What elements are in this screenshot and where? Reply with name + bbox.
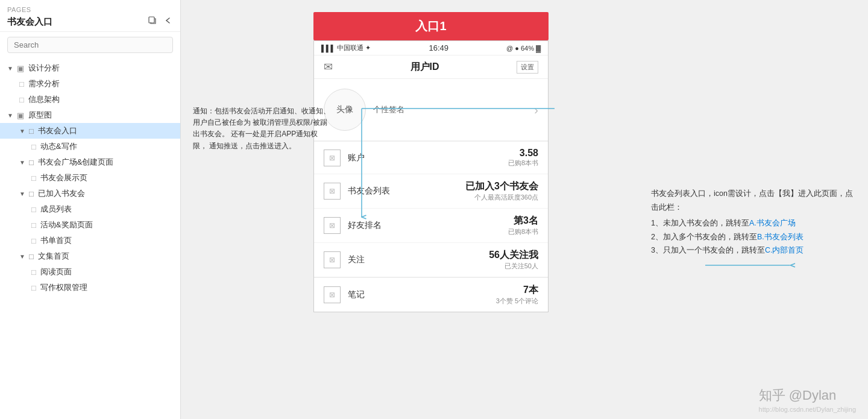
sidebar-item-阅读页面[interactable]: □阅读页面 xyxy=(0,264,180,280)
file-folder-icon: □ xyxy=(29,158,34,167)
tree-item-label: 活动&奖励页面 xyxy=(40,219,93,230)
tree-item-label: 设计分析 xyxy=(28,63,60,74)
tree-arrow-icon: ▼ xyxy=(19,191,25,197)
sidebar-item-设计分析[interactable]: ▼▣设计分析 xyxy=(0,60,180,76)
tree-arrow-icon: ▼ xyxy=(7,65,13,72)
menu-section: ⊠ 账户 3.58 已购8本书 ⊠ 书友会列表 已加入3个书友会 个人最高活跃度… xyxy=(314,142,548,278)
tree-item-label: 信息架构 xyxy=(28,94,60,105)
left-annotation: 通知：包括书友会活动开启通知、收通知、用户自己被任命为 被取消管理员权限/被踢出… xyxy=(193,106,332,152)
menu-row-2[interactable]: ⊠ 好友排名 第3名 已购8本书 xyxy=(314,209,548,243)
right-anno-item-3: 3、只加入一个书友会的，跳转至C.内部首页 xyxy=(651,244,856,257)
sidebar-item-已加入书友会[interactable]: ▼□已加入书友会 xyxy=(0,186,180,201)
message-icon[interactable]: ✉ xyxy=(324,60,333,74)
settings-button[interactable]: 设置 xyxy=(517,61,538,74)
signal-bars-icon: ▌▌▌ xyxy=(321,45,335,52)
search-input[interactable] xyxy=(7,37,173,53)
menu-label-3: 关注 xyxy=(348,254,489,265)
tree-item-label: 书友会广场&创建页面 xyxy=(38,157,114,168)
status-time: 16:49 xyxy=(429,43,448,52)
menu-row-3[interactable]: ⊠ 关注 56人关注我 已关注50人 xyxy=(314,243,548,277)
file-icon: □ xyxy=(31,142,36,151)
sidebar-item-书友会广场&创建页面[interactable]: ▼□书友会广场&创建页面 xyxy=(0,154,180,170)
right-anno-item-1: 1、未加入书友会的，跳转至A.书友会广场 xyxy=(651,216,856,230)
back-button[interactable] xyxy=(163,16,173,28)
sidebar-item-需求分析[interactable]: □需求分析 xyxy=(0,76,180,92)
tree-arrow-icon: ▼ xyxy=(19,128,25,134)
file-icon: □ xyxy=(31,221,36,230)
watermark-subtext: http://blog.csdn.net/Dylan_zhijing xyxy=(759,406,856,413)
sidebar-item-活动&奖励页面[interactable]: □活动&奖励页面 xyxy=(0,217,180,233)
pages-label: PAGES xyxy=(7,6,173,13)
status-battery: @ ● 64% ▓ xyxy=(506,45,541,52)
menu-value-secondary-0: 已购8本书 xyxy=(508,159,538,168)
tree-item-label: 书友会展示页 xyxy=(40,172,87,183)
main-content: 入口1 ▌▌▌ 中国联通 ✦ 16:49 @ ● 64% ▓ ✉ 用户ID 设置 xyxy=(181,0,868,419)
tree-item-label: 原型图 xyxy=(28,110,52,121)
bottom-value-primary: 7本 xyxy=(496,284,538,297)
export-button[interactable] xyxy=(148,16,157,28)
notes-menu-row[interactable]: ⊠ 笔记 7本 3个赞 5个评论 xyxy=(314,278,548,312)
sidebar-item-原型图[interactable]: ▼▣原型图 xyxy=(0,107,180,123)
file-folder-icon: □ xyxy=(29,127,34,136)
sidebar-item-成员列表[interactable]: □成员列表 xyxy=(0,201,180,217)
tree-arrow-icon: ▼ xyxy=(7,112,13,119)
tree-item-label: 阅读页面 xyxy=(40,266,72,277)
tree-item-label: 成员列表 xyxy=(40,204,72,215)
menu-value-primary-3: 56人关注我 xyxy=(489,249,538,262)
menu-value-secondary-2: 已购8本书 xyxy=(508,227,538,236)
file-icon: □ xyxy=(31,268,36,277)
sidebar-item-书友会入口[interactable]: ▼□书友会入口 xyxy=(0,123,180,139)
menu-value-primary-0: 3.58 xyxy=(508,148,538,159)
folder-icon: ▣ xyxy=(17,64,24,73)
carrier-name: 中国联通 ✦ xyxy=(337,43,371,52)
file-folder-icon: □ xyxy=(29,189,34,198)
menu-value-primary-1: 已加入3个书友会 xyxy=(465,180,538,193)
file-icon: □ xyxy=(31,205,36,214)
menu-value-3: 56人关注我 已关注50人 xyxy=(489,249,538,271)
profile-section[interactable]: 头像 个性签名 › xyxy=(314,79,548,142)
menu-row-1[interactable]: ⊠ 书友会列表 已加入3个书友会 个人最高活跃度360点 xyxy=(314,174,548,209)
phone-mockup: 入口1 ▌▌▌ 中国联通 ✦ 16:49 @ ● 64% ▓ ✉ 用户ID 设置 xyxy=(313,12,549,312)
menu-icon-1: ⊠ xyxy=(324,183,341,200)
file-icon: □ xyxy=(31,283,36,292)
profile-info: 个性签名 xyxy=(373,104,527,115)
right-anno-item-2: 2、加入多个书友会的，跳转至B.书友会列表 xyxy=(651,230,856,244)
bottom-value-secondary: 3个赞 5个评论 xyxy=(496,297,538,306)
watermark: 知乎 @Dylan http://blog.csdn.net/Dylan_zhi… xyxy=(759,386,856,413)
link-C[interactable]: C.内部首页 xyxy=(765,246,804,254)
bottom-menu-icon: ⊠ xyxy=(324,286,341,303)
sidebar-item-书单首页[interactable]: □书单首页 xyxy=(0,233,180,248)
folder-icon: ▣ xyxy=(17,111,24,120)
file-icon: □ xyxy=(31,236,36,245)
menu-label-0: 账户 xyxy=(348,153,508,163)
tree-item-label: 文集首页 xyxy=(38,251,69,262)
sidebar-item-文集首页[interactable]: ▼□文集首页 xyxy=(0,248,180,264)
tree-item-label: 书友会入口 xyxy=(38,125,77,136)
sidebar-item-信息架构[interactable]: □信息架构 xyxy=(0,92,180,107)
menu-value-primary-2: 第3名 xyxy=(508,215,538,227)
sidebar-header: PAGES 书友会入口 xyxy=(0,0,180,32)
profile-signature: 个性签名 xyxy=(373,104,527,115)
sidebar-item-写作权限管理[interactable]: □写作权限管理 xyxy=(0,280,180,295)
sidebar-title: 书友会入口 xyxy=(7,16,52,28)
header-title: 用户ID xyxy=(410,61,439,74)
menu-value-0: 3.58 已购8本书 xyxy=(508,148,538,168)
link-B[interactable]: B.书友会列表 xyxy=(757,233,804,241)
tree-arrow-icon: ▼ xyxy=(19,159,25,166)
status-signal: ▌▌▌ 中国联通 ✦ xyxy=(321,43,371,52)
sidebar-tree: ▼▣设计分析□需求分析□信息架构▼▣原型图▼□书友会入口□动态&写作▼□书友会广… xyxy=(0,58,180,419)
phone-screen: ▌▌▌ 中国联通 ✦ 16:49 @ ● 64% ▓ ✉ 用户ID 设置 头像 … xyxy=(313,40,549,312)
menu-value-2: 第3名 已购8本书 xyxy=(508,215,538,236)
menu-label-2: 好友排名 xyxy=(348,220,508,231)
link-A[interactable]: A.书友会广场 xyxy=(749,219,796,227)
menu-row-0[interactable]: ⊠ 账户 3.58 已购8本书 xyxy=(314,142,548,174)
menu-icon-3: ⊠ xyxy=(324,251,341,268)
file-icon: □ xyxy=(31,174,36,183)
tree-item-label: 需求分析 xyxy=(28,78,60,89)
sidebar-item-书友会展示页[interactable]: □书友会展示页 xyxy=(0,170,180,186)
watermark-text: 知乎 @Dylan xyxy=(759,386,856,405)
bottom-menu-value: 7本 3个赞 5个评论 xyxy=(496,284,538,306)
sidebar-item-动态&写作[interactable]: □动态&写作 xyxy=(0,139,180,154)
battery-icon: @ ● 64% ▓ xyxy=(506,45,541,52)
svg-rect-0 xyxy=(149,17,154,23)
